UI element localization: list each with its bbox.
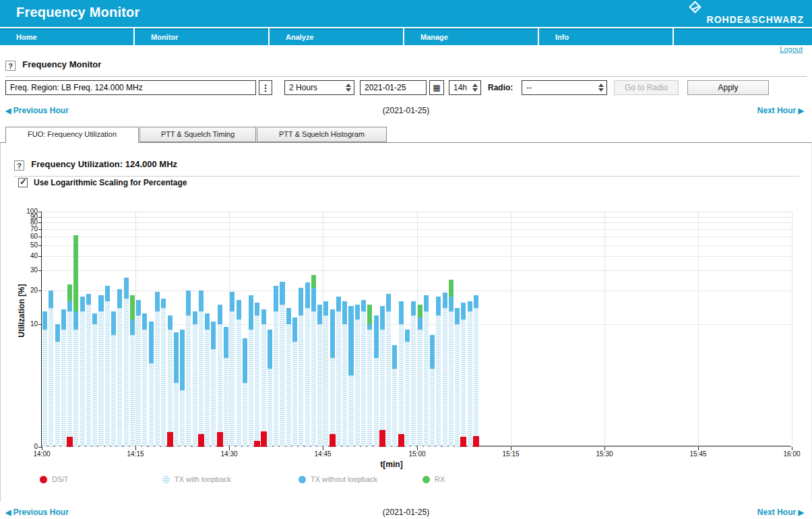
bar-tx-with-loopback: [336, 311, 341, 447]
bar-tx-without-loopback: [424, 295, 429, 311]
tab-fuo-frequency-utilization[interactable]: FUO: Frequency Utilization: [5, 127, 139, 143]
x-tick-label: 16:00: [775, 450, 809, 458]
select-arrows-icon: [598, 84, 604, 92]
bar-tx-with-loopback: [49, 308, 53, 447]
bar-tx-with-loopback: [42, 330, 47, 447]
bar-tx-with-loopback: [98, 311, 103, 447]
log-scale-checkbox-row: ✓ Use Logarithmic Scaling for Percentage: [18, 178, 187, 187]
bar-rx: [449, 280, 454, 297]
calendar-button[interactable]: ▦: [429, 80, 444, 95]
bar-tx-without-loopback: [111, 311, 116, 335]
hour-nav-bottom: ◀ Previous Hour (2021-01-25) Next Hour ▶: [5, 508, 807, 518]
bar-tx-without-loopback: [161, 299, 166, 308]
bar-tx-with-loopback: [374, 358, 379, 447]
nav-item-analyze[interactable]: Analyze: [270, 28, 403, 45]
bar-tx-without-loopback: [323, 301, 328, 315]
apply-button[interactable]: Apply: [687, 80, 769, 95]
help-icon[interactable]: ?: [5, 61, 15, 71]
bar-tx-without-loopback: [274, 286, 278, 311]
bar-tx-with-loopback: [193, 324, 197, 447]
nav-item-home[interactable]: Home: [0, 28, 133, 45]
bar-tx-without-loopback: [80, 297, 85, 311]
page-heading: ? Frequency Monitor: [5, 59, 807, 77]
bar-tx-with-loopback: [218, 324, 222, 447]
logout-link[interactable]: Logout: [780, 45, 803, 53]
bar-tx-with-loopback: [474, 308, 478, 447]
x-tick-label: 15:45: [681, 450, 715, 458]
time-range-select[interactable]: 2 Hours: [284, 80, 354, 95]
toolbar: ⋮ 2 Hours ▦ 14h Radio: -- Go to Radio Ap…: [5, 80, 807, 95]
bar-tx-with-loopback: [286, 324, 291, 447]
tab-ptt-squelch-timing[interactable]: PTT & Squelch Timing: [139, 127, 256, 142]
bar-tx-without-loopback: [436, 297, 441, 315]
nav-item-monitor[interactable]: Monitor: [135, 28, 268, 45]
bar-tx-with-loopback: [468, 311, 472, 447]
bar-tx-with-loopback: [399, 324, 404, 447]
bar-tx-with-loopback: [461, 319, 466, 447]
v-gridline: [792, 212, 792, 446]
bar-tx-without-loopback: [361, 300, 366, 311]
panel-title: Frequency Utilization: 124.000 MHz: [31, 159, 177, 169]
bar-tx-with-loopback: [186, 315, 191, 447]
bar-dsit: [167, 432, 173, 447]
bar-tx-without-loopback: [374, 315, 379, 358]
bar-tx-with-loopback: [268, 369, 272, 447]
go-to-radio-button[interactable]: Go to Radio: [614, 80, 679, 95]
hour-select[interactable]: 14h: [449, 80, 481, 95]
bar-tx-with-loopback: [80, 311, 85, 447]
bar-tx-without-loopback: [305, 282, 310, 308]
bar-tx-without-loopback: [249, 295, 253, 329]
date-input[interactable]: [360, 80, 427, 95]
bar-tx-with-loopback: [348, 375, 353, 447]
app-title: Frequency Monitor: [16, 5, 139, 20]
tab-bar: FUO: Frequency Utilization PTT & Squelch…: [5, 127, 387, 143]
h-gridline: [42, 222, 791, 223]
log-scale-checkbox-label: Use Logarithmic Scaling for Percentage: [34, 178, 187, 187]
bar-tx-without-loopback: [367, 324, 372, 330]
bar-tx-without-loopback: [92, 313, 97, 324]
bar-tx-without-loopback: [311, 288, 316, 311]
radio-select[interactable]: --: [522, 80, 607, 95]
next-hour-link-top[interactable]: Next Hour ▶: [757, 106, 804, 115]
bar-tx-with-loopback: [92, 324, 97, 447]
next-hour-link-bottom[interactable]: Next Hour ▶: [757, 508, 804, 517]
tab-ptt-squelch-histogram[interactable]: PTT & Squelch Histogram: [257, 127, 387, 142]
bar-tx-with-loopback: [323, 315, 328, 447]
y-tick: [38, 237, 42, 237]
bar-tx-with-loopback: [205, 330, 210, 447]
bar-dsit: [261, 431, 267, 447]
h-gridline: [42, 217, 791, 218]
v-gridline: [511, 212, 511, 446]
bar-tx-with-loopback: [367, 330, 372, 447]
bar-tx-without-loopback: [105, 286, 110, 301]
bar-tx-with-loopback: [55, 342, 60, 447]
bar-tx-with-loopback: [168, 330, 173, 447]
bar-tx-with-loopback: [180, 390, 185, 447]
log-scale-checkbox[interactable]: ✓: [18, 178, 28, 187]
bar-tx-with-loopback: [280, 305, 284, 447]
bar-tx-without-loopback: [174, 332, 179, 384]
bar-tx-with-loopback: [411, 315, 416, 447]
app-header: Frequency Monitor ROHDE&SCHWARZ: [0, 0, 812, 27]
freq-region-input[interactable]: [5, 80, 256, 95]
v-gridline: [604, 212, 605, 446]
freq-region-picker-button[interactable]: ⋮: [259, 80, 272, 95]
hour-nav-top: ◀ Previous Hour (2021-01-25) Next Hour ▶: [5, 106, 807, 117]
bar-tx-without-loopback: [336, 297, 341, 311]
bar-tx-with-loopback: [436, 315, 441, 447]
right-arrow-icon: ▶: [799, 508, 804, 516]
nav-item-info[interactable]: Info: [539, 28, 673, 45]
bar-dsit: [460, 437, 466, 447]
bar-rx: [418, 305, 423, 317]
bar-tx-with-loopback: [130, 335, 135, 447]
bar-tx-with-loopback: [443, 308, 447, 447]
bar-tx-with-loopback: [149, 363, 154, 447]
bar-dsit: [198, 434, 204, 447]
bar-tx-without-loopback: [205, 313, 210, 330]
bar-tx-without-loopback: [142, 313, 147, 330]
help-icon[interactable]: ?: [14, 160, 24, 171]
bar-tx-with-loopback: [424, 311, 429, 447]
nav-filler: [674, 28, 812, 45]
bar-tx-without-loopback: [49, 291, 53, 308]
nav-item-manage[interactable]: Manage: [404, 28, 538, 45]
